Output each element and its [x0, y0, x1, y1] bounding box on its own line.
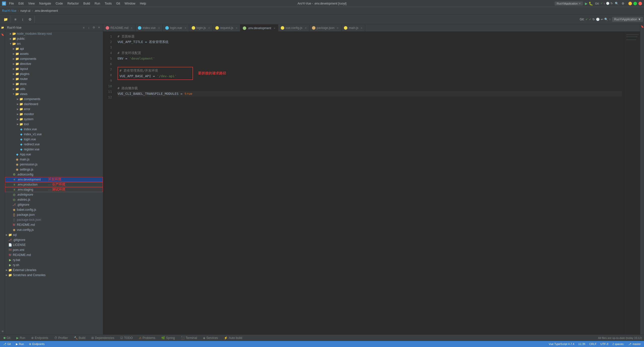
close-button[interactable] [638, 2, 642, 5]
tree-item-system[interactable]: ▶ 📁 system [5, 117, 103, 122]
bottom-tab-problems[interactable]: ⚠ Problems [137, 336, 157, 340]
tree-item-babel[interactable]: ◉ babel.config.js [5, 207, 103, 212]
tree-item-env-development[interactable]: ≡ .env.development 开发环境 [5, 177, 103, 182]
menu-navigate[interactable]: Navigate [37, 1, 53, 6]
maximize-button[interactable] [633, 2, 637, 5]
tree-item-env-staging[interactable]: ≡ .env.staging — 测试环境 [5, 187, 103, 192]
tree-item-index-v1-vue[interactable]: ◆ index_v1.vue [5, 132, 103, 137]
tree-item-dashboard[interactable]: ▶ 📁 dashboard [5, 102, 103, 107]
menu-view[interactable]: View [26, 1, 37, 6]
tree-item-pom[interactable]: 𝕄 pom.xml [5, 247, 103, 252]
bottom-tab-spring[interactable]: 🌿 Spring [160, 336, 176, 340]
bottom-tab-profiler[interactable]: ⏱ Profiler [53, 336, 69, 340]
tree-item-root-readme[interactable]: M README.md [5, 252, 103, 257]
tab-close-request-js[interactable]: ✕ [235, 27, 237, 29]
menu-code[interactable]: Code [54, 1, 65, 6]
tab-login-js[interactable]: login.js ✕ [189, 24, 213, 31]
menu-help[interactable]: Help [138, 1, 148, 6]
tree-item-eslintrc[interactable]: ◎ .eslintrc.js [5, 197, 103, 202]
tree-item-settings-js[interactable]: ◉ settings.js [5, 167, 103, 172]
tree-item-root-gitignore[interactable]: ⎇ .gitignore [5, 237, 103, 242]
settings-icon[interactable]: ⚙ [622, 2, 624, 5]
tree-item-node-modules[interactable]: ▶ 📂 node_modules library root [5, 31, 103, 36]
menu-run[interactable]: Run [93, 1, 102, 6]
nav-project[interactable]: RuoYi-Vue [2, 9, 16, 13]
status-time[interactable]: 11:39 [577, 342, 586, 345]
tree-item-external-libs[interactable]: ▶ 📁 External Libraries [5, 268, 103, 273]
code-editor[interactable]: # 页面标题 VUE_APP_TITLE = 若依管理系统 # 开发环境配置 [114, 32, 625, 334]
bookmarks-icon[interactable]: 🔖 [641, 25, 644, 28]
tab-close-env-dev[interactable]: ✕ [273, 27, 275, 30]
panel-close-icon[interactable]: ✕ [97, 26, 101, 30]
tab-env-development[interactable]: .env.development ✕ [240, 24, 278, 31]
tab-main-js[interactable]: main.js ✕ [341, 24, 365, 31]
tree-item-ry-bat[interactable]: ▶ ry.bat [5, 257, 103, 263]
menu-file[interactable]: File [7, 1, 16, 6]
nav-env-development[interactable]: .env.development [34, 9, 58, 13]
tree-item-gitignore[interactable]: ⎇ .gitignore [5, 202, 103, 207]
panel-gear-icon[interactable]: ⚙ [92, 26, 96, 30]
tree-item-app-vue[interactable]: ◆ App.vue [5, 152, 103, 157]
menu-window[interactable]: Window [123, 1, 137, 6]
panel-sort-icon[interactable]: ↕ [87, 26, 91, 30]
tree-item-tool[interactable]: ▶ 📁 tool [5, 122, 103, 127]
tree-item-router[interactable]: ▶ 📁 router [5, 76, 103, 81]
toolbar-settings-btn[interactable]: ⚙ [26, 16, 33, 23]
bottom-tab-endpoints[interactable]: ⊕ Endpoints [30, 336, 50, 340]
debug-button[interactable]: 🐛 [589, 2, 593, 6]
tree-item-vue-config[interactable]: ◉ vue.config.js [5, 227, 103, 232]
tab-vue-config[interactable]: vue.config.js ✕ [278, 24, 309, 31]
tree-item-components[interactable]: ▶ 📁 components [5, 56, 103, 61]
menu-tools[interactable]: Tools [103, 1, 114, 6]
tree-item-views[interactable]: ▼ 📂 views [5, 92, 103, 97]
sidebar-icon-project[interactable]: 📁 [0, 25, 5, 30]
tree-item-main-js[interactable]: ◉ main.js [5, 157, 103, 162]
tree-item-env-production[interactable]: ≡ .env.production — 生产环境 [5, 182, 103, 187]
tree-item-ry-sh[interactable]: ▶ ry.sh [5, 263, 103, 268]
tab-package-json[interactable]: package.json ✕ [309, 24, 342, 31]
tree-item-register-vue[interactable]: ◆ register.vue [5, 147, 103, 152]
nav-ruoyi-ui[interactable]: ruoyi-ui [20, 9, 30, 13]
sidebar-icon-structure[interactable]: ≋ [0, 329, 5, 333]
tree-item-utils[interactable]: ▶ 📁 utils [5, 86, 103, 92]
tree-item-layout[interactable]: ▶ 📁 layout [5, 66, 103, 71]
menu-build[interactable]: Build [81, 1, 92, 6]
tree-item-views-components[interactable]: ▶ 📁 components [5, 97, 103, 102]
minimize-button[interactable] [628, 2, 632, 5]
toolbar-sort-btn[interactable]: ↕ [19, 16, 26, 23]
tree-item-package-lock[interactable]: {} package-lock.json [5, 217, 103, 222]
status-lang[interactable]: Vue TypeScript 4.7.4 [548, 342, 575, 345]
bottom-tab-run[interactable]: ▶ Run [15, 336, 27, 340]
tree-item-package-json[interactable]: {} package.json [5, 212, 103, 217]
tree-item-index-vue[interactable]: ◆ index.vue [5, 127, 103, 132]
tree-item-assets[interactable]: ▶ 📁 assets [5, 51, 103, 56]
tab-close-login-js[interactable]: ✕ [208, 27, 210, 29]
tree-item-sql[interactable]: ▶ 📁 sql [5, 232, 103, 237]
toolbar-collapse-btn[interactable]: ≡ [12, 16, 19, 23]
tree-item-src[interactable]: ▼ 📂 src [5, 41, 103, 46]
tree-item-directive[interactable]: ▶ 📁 directive [5, 61, 103, 66]
tree-item-redirect-vue[interactable]: ◆ redirect.vue [5, 142, 103, 147]
bottom-tab-dependencies[interactable]: ⊞ Dependencies [90, 336, 116, 340]
tree-item-readme[interactable]: M README.md [5, 222, 103, 227]
bottom-tab-build[interactable]: 🔨 Build [72, 336, 87, 340]
run-button[interactable]: ▶ [585, 2, 588, 6]
tree-item-permission-js[interactable]: ◉ permission.js [5, 162, 103, 167]
menu-edit[interactable]: Edit [16, 1, 26, 6]
bottom-tab-git[interactable]: Git [2, 336, 12, 340]
tree-item-license[interactable]: 📄 LICENSE [5, 242, 103, 247]
bottom-tab-todo[interactable]: ☑ TODO [119, 336, 134, 340]
tree-item-eslintignore[interactable]: ◎ .eslintignore [5, 192, 103, 197]
tab-index-vue[interactable]: index.vue ✕ [135, 24, 163, 31]
tree-item-login-vue[interactable]: ◆ login.vue [5, 137, 103, 142]
search-everywhere-icon[interactable]: 🔍 [615, 2, 619, 5]
tab-close-login-vue[interactable]: ✕ [184, 27, 186, 29]
run-config-dropdown[interactable]: RuoYiApplication ▼ [555, 2, 583, 6]
status-indent[interactable]: 2 spaces: [611, 342, 625, 345]
status-endpoints[interactable]: ⊕ Endpoints [28, 342, 46, 346]
bottom-tab-autobuild[interactable]: ⚡ Auto build [222, 336, 244, 340]
bottom-tab-terminal[interactable]: ⬛ Terminal [179, 336, 198, 340]
run-config-dropdown2[interactable]: RuoYiApplication ▼ [612, 17, 643, 22]
tab-login-vue[interactable]: login.vue ✕ [163, 24, 189, 31]
tree-item-store[interactable]: ▶ 📁 store [5, 81, 103, 86]
